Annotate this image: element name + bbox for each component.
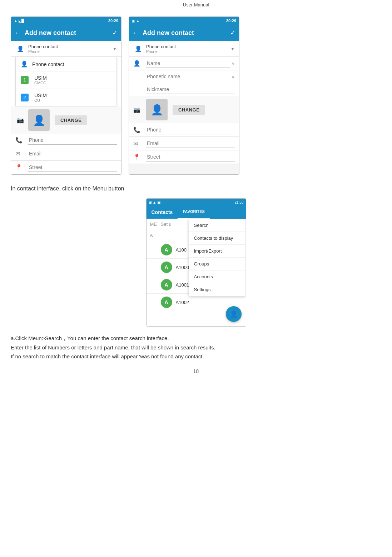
fab-add-contact-button[interactable]: 👤	[226, 306, 242, 322]
left-street-icon: 📍	[15, 164, 25, 171]
right-contact-type-content: Phone contact Phone	[143, 44, 230, 54]
a1000-name: A1000	[176, 265, 189, 270]
left-phone-icon: 📞	[15, 137, 25, 144]
context-menu-import-export[interactable]: Import/Export	[189, 245, 245, 258]
usim2-content: USIM CU	[34, 93, 47, 103]
left-time: 20:29	[108, 19, 118, 23]
usim2-label: USIM	[34, 93, 47, 98]
name-expand-icon: ∨	[232, 61, 235, 66]
context-menu-settings[interactable]: Settings	[189, 283, 245, 296]
context-menu-contacts-to-display[interactable]: Contacts to display	[189, 232, 245, 245]
a100-name: A100	[176, 247, 187, 253]
right-photo-section: 📷 👤 CHANGE	[129, 96, 239, 123]
left-dropdown-menu: 👤 Phone contact 1 USIM CMCC 2 USIM	[15, 57, 117, 106]
left-contact-type-label: Phone contact	[28, 44, 113, 49]
right-phone-screen: ▣ ▲ 20:29 ← Add new contact ✓ 👤 Phone co…	[129, 16, 239, 175]
left-email-input[interactable]	[28, 149, 117, 158]
left-email-row[interactable]: ✉	[11, 147, 121, 161]
page-header: User Manual	[0, 0, 392, 9]
bottom-text-line3: If no search to match the contact interf…	[11, 352, 381, 361]
bottom-text-line1: a.Click Meun>Search，You can enter the co…	[11, 334, 381, 343]
right-contact-type-sub: Phone	[146, 49, 230, 54]
left-phone-screen: ▲ ◣▉ 20:29 ← Add new contact ✓ 👤 Phone c…	[11, 16, 121, 175]
left-phone-input[interactable]	[28, 136, 117, 145]
right-street-icon: 📍	[133, 154, 143, 160]
a1001-avatar: A	[161, 279, 172, 290]
left-photo-placeholder: 👤	[28, 109, 50, 131]
right-nickname-input[interactable]	[146, 85, 235, 94]
right-phonetic-name-row[interactable]: ∨	[129, 70, 239, 83]
left-email-icon: ✉	[15, 150, 25, 157]
right-phone-input[interactable]	[146, 125, 235, 134]
context-menu-accounts[interactable]: Accounts	[189, 270, 245, 283]
left-menu-item-phone-contact[interactable]: 👤 Phone contact	[16, 57, 116, 71]
right-time: 20:29	[226, 19, 236, 23]
contacts-tab[interactable]: Contacts	[147, 206, 178, 219]
right-screen-title: Add new contact	[143, 29, 230, 37]
screenshots-row: ▲ ◣▉ 20:29 ← Add new contact ✓ 👤 Phone c…	[11, 16, 381, 175]
signal-icon: ◣▉	[19, 19, 24, 23]
right-status-bar: ▣ ▲ 20:29	[129, 17, 239, 25]
left-street-row[interactable]: 📍	[11, 161, 121, 174]
left-contact-type-row[interactable]: 👤 Phone contact Phone ▼	[11, 41, 121, 57]
contacts-screen: ▣ ▲ ▣ 21:58 Contacts FAVORITES ME Set u …	[146, 198, 246, 327]
right-nickname-row[interactable]	[129, 83, 239, 96]
right-name-row[interactable]: 👤 ∨	[129, 57, 239, 70]
right-status-left-icons: ▣ ▲	[132, 19, 140, 23]
usim1-label: USIM	[34, 75, 47, 81]
right-contact-type-label: Phone contact	[146, 44, 230, 49]
contacts-favorites-tab[interactable]: FAVORITES	[178, 206, 210, 219]
right-check-button[interactable]: ✓	[230, 29, 235, 37]
context-menu: Search Contacts to display Import/Export…	[189, 219, 246, 296]
page-number: 18	[11, 368, 381, 378]
left-street-input[interactable]	[28, 163, 117, 172]
bottom-text-line2: Enter the list of Numbers or letters and…	[11, 343, 381, 352]
right-name-input[interactable]	[146, 59, 230, 68]
left-phone-row[interactable]: 📞	[11, 134, 121, 147]
right-street-row[interactable]: 📍	[129, 150, 239, 164]
a1002-name: A1002	[176, 300, 189, 305]
contacts-body: ME Set u A A A100 A A1000	[147, 219, 246, 326]
usim1-icon: 1	[21, 76, 29, 84]
right-phonetic-name-input[interactable]	[146, 72, 230, 81]
left-status-icons: ▲ ◣▉	[14, 19, 24, 23]
right-change-button[interactable]: CHANGE	[173, 105, 205, 115]
left-menu-item-usim1[interactable]: 1 USIM CMCC	[16, 71, 116, 89]
right-email-row[interactable]: ✉	[129, 137, 239, 150]
right-name-icon: 👤	[133, 60, 143, 67]
right-phone-row[interactable]: 📞	[129, 123, 239, 137]
context-menu-groups[interactable]: Groups	[189, 258, 245, 270]
a1001-name: A1001	[176, 282, 189, 288]
right-screen-body: 👤 Phone contact Phone ▼ 👤 ∨ ∨	[129, 41, 239, 164]
right-app-bar: ← Add new contact ✓	[129, 25, 239, 41]
left-check-button[interactable]: ✓	[112, 29, 118, 37]
a100-avatar: A	[161, 244, 172, 255]
left-status-bar: ▲ ◣▉ 20:29	[11, 17, 121, 25]
left-contact-type-sub: Phone	[28, 49, 113, 54]
right-email-icon: ✉	[133, 140, 143, 147]
phone-contact-icon: 👤	[21, 61, 28, 68]
phonetic-expand-icon: ∨	[231, 74, 235, 80]
right-contact-type-row[interactable]: 👤 Phone contact Phone ▼	[129, 41, 239, 57]
usim1-content: USIM CMCC	[34, 75, 47, 85]
section-a-letter: A	[150, 233, 161, 238]
left-screen-body: 👤 Phone contact Phone ▼ 👤 Phone contact …	[11, 41, 121, 174]
left-change-button[interactable]: CHANGE	[55, 115, 87, 125]
left-screen-title: Add new contact	[25, 29, 112, 37]
left-menu-item-usim2[interactable]: 2 USIM CU	[16, 89, 116, 106]
left-contact-type-content: Phone contact Phone	[25, 44, 113, 54]
left-camera-icon: 📷	[15, 117, 25, 124]
usim2-sublabel: CU	[34, 98, 47, 103]
left-back-button[interactable]: ←	[15, 29, 21, 37]
right-email-input[interactable]	[146, 139, 235, 148]
right-street-input[interactable]	[146, 153, 235, 161]
right-back-button[interactable]: ←	[133, 29, 139, 37]
right-dropdown-arrow: ▼	[230, 46, 235, 51]
contacts-status-icons: ▣ ▲ ▣	[149, 200, 160, 204]
right-status-icons: ▣ ▲	[132, 19, 140, 23]
phone-contact-label: Phone contact	[32, 61, 64, 67]
context-menu-search[interactable]: Search	[189, 219, 245, 232]
wifi-icon: ▲	[14, 19, 18, 23]
a1000-avatar: A	[161, 262, 172, 273]
fab-icon: 👤	[230, 310, 238, 318]
